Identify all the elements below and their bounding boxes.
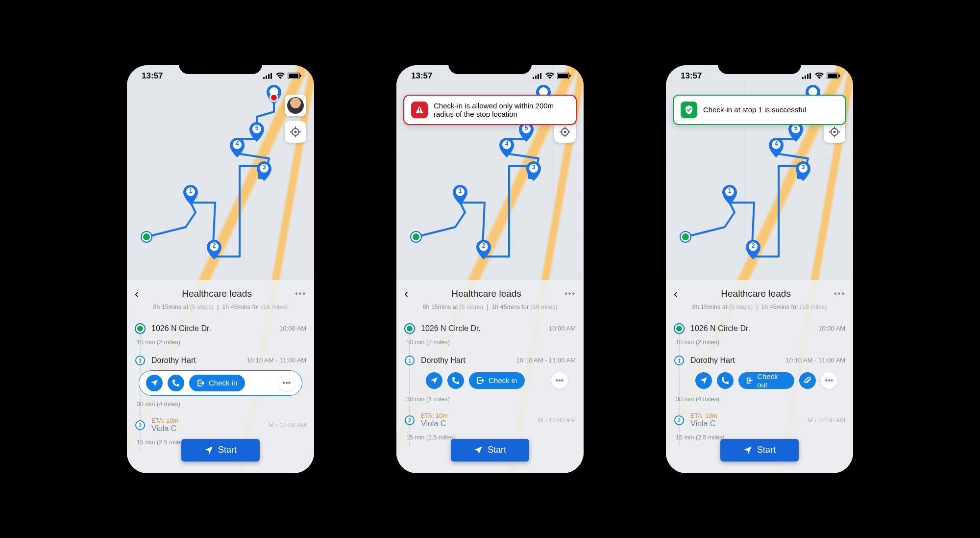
status-time: 13:57 [411,71,432,81]
stop-1[interactable]: 1 Dorothy Hart 10:10 AM - 11:00 AM [674,351,845,368]
svg-rect-20 [535,76,537,79]
svg-rect-41 [805,76,806,79]
segment-info: 10 min (2 miles) [135,336,306,351]
map-pin-4[interactable]: 4 [499,138,514,157]
segment-info: 10 min (2 miles) [674,336,845,351]
attachment-button[interactable] [799,372,816,389]
navigate-button[interactable] [146,375,163,391]
shield-check-icon [681,102,697,118]
map-pin-4[interactable]: 4 [230,138,245,157]
start-icon [474,446,483,455]
status-icons [533,73,571,79]
map-pin-5[interactable]: 5 [249,122,264,142]
call-button[interactable] [168,375,184,391]
stop-time: 10:00 AM [549,325,576,332]
more-actions-button[interactable]: ••• [821,372,837,389]
more-actions-button[interactable]: ••• [551,372,568,389]
stop-1[interactable]: 1 Dorothy Hart 10:10 AM - 11:00 AM [404,351,576,368]
stop-number-icon: 1 [405,356,415,365]
stop-name: Dorothy Hart [151,356,241,365]
phone-error: 13:57 1 2 3 4 5 Chec [390,58,590,480]
stop-number-icon: 1 [674,356,684,365]
stop-number-icon: 2 [405,415,415,425]
svg-rect-39 [419,111,420,112]
toast-message: Check-in is allowed only within 200m rad… [434,102,569,118]
phone-success: 13:57 1 2 3 4 5 Chec [659,58,860,480]
checkout-button[interactable]: Check out [738,372,794,389]
route-summary: 8h 15mins at (5 stops) | 1h 45mins for (… [127,303,314,316]
svg-rect-2 [268,74,270,79]
more-actions-button[interactable]: ••• [278,375,295,391]
more-header-button[interactable]: ••• [295,289,306,298]
status-time: 13:57 [681,71,702,81]
start-button[interactable]: Start [451,439,529,461]
crosshair-icon [560,127,570,137]
map-pin-5[interactable]: 5 [788,122,803,142]
stop-eta: ETA: 10m [690,412,802,419]
profile-button[interactable] [285,95,306,116]
screen: 13:57 1 2 3 4 5 [127,65,314,473]
map-origin-dot [142,232,151,242]
map-pin-1[interactable]: 1 [453,185,467,205]
map-pin-4[interactable]: 4 [769,138,784,157]
start-button[interactable]: Start [181,439,260,461]
svg-rect-42 [807,74,808,79]
start-button[interactable]: Start [720,439,799,461]
svg-rect-43 [809,73,811,79]
phone-default: 13:57 1 2 3 4 5 [120,58,321,480]
navigate-button[interactable] [426,372,442,389]
stop-origin[interactable]: 1026 N Circle Dr. 10:00 AM [404,319,576,336]
stop-name: 1026 N Circle Dr. [151,324,273,333]
map-pin-3[interactable]: 3 [257,161,271,181]
stop-origin[interactable]: 1026 N Circle Dr. 10:00 AM [135,319,306,336]
stop-2[interactable]: 2 ETA: 10m Viola C M - 12:00 AM [404,408,576,431]
stop-1[interactable]: 1 Dorothy Hart 10:10 AM - 11:00 AM [135,351,306,368]
screen: 13:57 1 2 3 4 5 Chec [666,65,853,473]
more-header-button[interactable]: ••• [834,289,845,298]
stop-name: Viola C [421,419,446,428]
map-pin-2[interactable]: 2 [207,240,221,259]
battery-icon [288,73,301,79]
back-button[interactable]: ‹ [674,287,678,301]
call-button[interactable] [717,372,734,389]
svg-point-54 [833,130,836,133]
battery-icon [827,73,840,79]
svg-rect-1 [266,76,267,79]
svg-rect-25 [569,75,571,77]
stop-actions-highlighted: Check in ••• [139,370,302,396]
stop-2[interactable]: 2 ETA: 10m Viola C M - 12:00 AM [674,408,845,431]
checkout-label: Check out [757,372,786,389]
checkin-label: Check in [209,379,237,387]
map-pin-2[interactable]: 2 [746,240,760,259]
locate-button[interactable] [285,121,306,143]
start-icon [743,446,752,455]
stop-eta: ETA: 10m [421,412,532,419]
call-button[interactable] [447,372,464,389]
back-button[interactable]: ‹ [135,287,139,301]
stop-2[interactable]: 2 ETA: 10m Viola C M - 12:00 AM [135,412,306,436]
crosshair-icon [290,127,301,137]
status-time: 13:57 [142,71,163,81]
checkin-button[interactable]: Check in [469,372,525,389]
stop-number-icon: 1 [135,356,145,365]
navigate-button[interactable] [695,372,712,389]
more-header-button[interactable]: ••• [564,289,576,298]
stop-origin[interactable]: 1026 N Circle Dr. 10:00 AM [674,319,845,336]
map-pin-3[interactable]: 3 [796,161,810,181]
checkin-button[interactable]: Check in [189,375,245,391]
stop-time: M - 12:00 AM [269,421,306,429]
svg-rect-6 [300,75,301,77]
map-pin-1[interactable]: 1 [183,185,198,205]
error-toast: Check-in is allowed only within 200m rad… [403,95,577,125]
map-pin-3[interactable]: 3 [526,161,541,181]
map-pin-2[interactable]: 2 [476,240,491,259]
notch [179,58,262,74]
back-button[interactable]: ‹ [404,287,408,301]
stop-name: Viola C [151,424,176,433]
stop-time: 10:10 AM - 11:00 AM [516,357,576,364]
stops-list: 1026 N Circle Dr. 10:00 AM 10 min (2 mil… [666,316,853,446]
route-title: Healthcare leads [144,288,290,299]
map-pin-5[interactable]: 5 [519,122,534,142]
map-pin-1[interactable]: 1 [722,185,737,205]
svg-rect-21 [538,74,539,79]
